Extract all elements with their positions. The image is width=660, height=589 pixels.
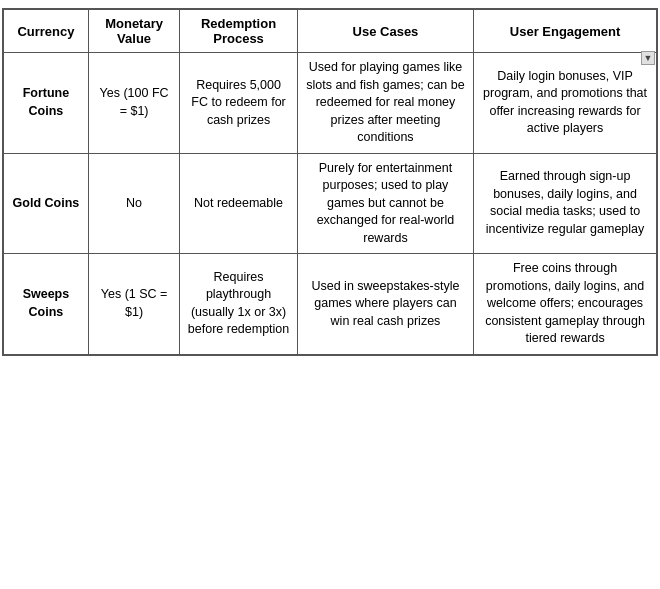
main-table-wrapper: ▼ Currency Monetary Value Redemption Pro… [2,8,658,356]
currency-comparison-table: Currency Monetary Value Redemption Proce… [3,9,657,355]
gold-coins-currency: Gold Coins [4,153,89,254]
sweeps-coins-usecases: Used in sweepstakes-style games where pl… [297,254,473,355]
gold-coins-monetary: No [88,153,179,254]
sweeps-coins-monetary: Yes (1 SC = $1) [88,254,179,355]
fortune-coins-monetary: Yes (100 FC = $1) [88,53,179,154]
sweeps-coins-currency: Sweeps Coins [4,254,89,355]
gold-coins-usecases: Purely for entertainment purposes; used … [297,153,473,254]
header-currency: Currency [4,10,89,53]
fortune-coins-usecases: Used for playing games like slots and fi… [297,53,473,154]
gold-coins-engagement: Earned through sign-up bonuses, daily lo… [474,153,657,254]
sweeps-coins-redemption: Requires playthrough (usually 1x or 3x) … [180,254,298,355]
header-engagement: User Engagement [474,10,657,53]
fortune-coins-currency: Fortune Coins [4,53,89,154]
gold-coins-redemption: Not redeemable [180,153,298,254]
header-row: Currency Monetary Value Redemption Proce… [4,10,657,53]
header-redemption: Redemption Process [180,10,298,53]
table-row: Sweeps Coins Yes (1 SC = $1) Requires pl… [4,254,657,355]
table-row: Gold Coins No Not redeemable Purely for … [4,153,657,254]
table-row: Fortune Coins Yes (100 FC = $1) Requires… [4,53,657,154]
fortune-coins-engagement: Daily login bonuses, VIP program, and pr… [474,53,657,154]
header-monetary: Monetary Value [88,10,179,53]
scroll-indicator[interactable]: ▼ [641,51,655,65]
fortune-coins-redemption: Requires 5,000 FC to redeem for cash pri… [180,53,298,154]
header-usecases: Use Cases [297,10,473,53]
sweeps-coins-engagement: Free coins through promotions, daily log… [474,254,657,355]
